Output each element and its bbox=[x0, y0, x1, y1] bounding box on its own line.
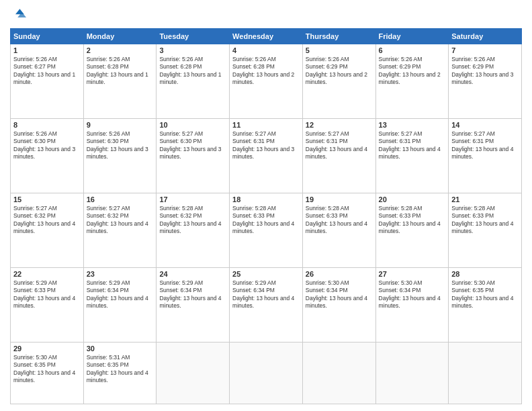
day-info: Sunrise: 5:27 AMSunset: 6:32 PMDaylight:… bbox=[13, 205, 81, 236]
calendar-cell: 11Sunrise: 5:27 AMSunset: 6:31 PMDayligh… bbox=[230, 118, 303, 193]
calendar-cell: 2Sunrise: 5:26 AMSunset: 6:28 PMDaylight… bbox=[83, 44, 157, 119]
calendar-cell: 3Sunrise: 5:26 AMSunset: 6:28 PMDaylight… bbox=[157, 44, 230, 119]
day-number: 16 bbox=[87, 195, 154, 203]
calendar-week-row: 29Sunrise: 5:30 AMSunset: 6:35 PMDayligh… bbox=[11, 342, 522, 404]
day-info: Sunrise: 5:27 AMSunset: 6:31 PMDaylight:… bbox=[306, 130, 373, 161]
calendar-cell: 21Sunrise: 5:28 AMSunset: 6:33 PMDayligh… bbox=[449, 193, 522, 267]
calendar-cell: 29Sunrise: 5:30 AMSunset: 6:35 PMDayligh… bbox=[11, 342, 84, 404]
day-info: Sunrise: 5:28 AMSunset: 6:32 PMDaylight:… bbox=[159, 205, 226, 236]
col-header-monday: Monday bbox=[83, 29, 157, 44]
day-info: Sunrise: 5:26 AMSunset: 6:28 PMDaylight:… bbox=[87, 56, 154, 87]
calendar-cell: 10Sunrise: 5:27 AMSunset: 6:30 PMDayligh… bbox=[157, 118, 230, 193]
day-info: Sunrise: 5:26 AMSunset: 6:29 PMDaylight:… bbox=[451, 56, 519, 87]
day-number: 10 bbox=[159, 121, 226, 129]
day-info: Sunrise: 5:27 AMSunset: 6:31 PMDaylight:… bbox=[451, 130, 519, 161]
calendar-cell bbox=[302, 342, 375, 404]
day-number: 2 bbox=[87, 46, 154, 54]
day-info: Sunrise: 5:30 AMSunset: 6:35 PMDaylight:… bbox=[13, 354, 81, 385]
calendar-cell: 22Sunrise: 5:29 AMSunset: 6:33 PMDayligh… bbox=[11, 267, 84, 342]
day-info: Sunrise: 5:27 AMSunset: 6:32 PMDaylight:… bbox=[87, 205, 154, 236]
day-info: Sunrise: 5:26 AMSunset: 6:30 PMDaylight:… bbox=[87, 130, 154, 161]
day-number: 17 bbox=[159, 195, 226, 203]
col-header-friday: Friday bbox=[375, 29, 449, 44]
day-info: Sunrise: 5:26 AMSunset: 6:28 PMDaylight:… bbox=[232, 56, 300, 87]
day-number: 13 bbox=[379, 121, 446, 129]
day-info: Sunrise: 5:31 AMSunset: 6:35 PMDaylight:… bbox=[87, 354, 154, 385]
day-number: 27 bbox=[379, 270, 446, 278]
day-info: Sunrise: 5:27 AMSunset: 6:31 PMDaylight:… bbox=[232, 130, 300, 161]
day-number: 18 bbox=[232, 195, 300, 203]
day-number: 20 bbox=[379, 195, 446, 203]
day-number: 15 bbox=[13, 195, 81, 203]
day-number: 14 bbox=[451, 121, 519, 129]
calendar-cell: 6Sunrise: 5:26 AMSunset: 6:29 PMDaylight… bbox=[375, 44, 449, 119]
calendar-cell: 16Sunrise: 5:27 AMSunset: 6:32 PMDayligh… bbox=[83, 193, 157, 267]
day-info: Sunrise: 5:30 AMSunset: 6:34 PMDaylight:… bbox=[306, 279, 373, 310]
calendar-cell: 25Sunrise: 5:29 AMSunset: 6:34 PMDayligh… bbox=[230, 267, 303, 342]
day-number: 8 bbox=[13, 121, 81, 129]
day-info: Sunrise: 5:30 AMSunset: 6:35 PMDaylight:… bbox=[451, 279, 519, 310]
col-header-wednesday: Wednesday bbox=[230, 29, 303, 44]
day-info: Sunrise: 5:26 AMSunset: 6:29 PMDaylight:… bbox=[306, 56, 373, 87]
calendar-cell: 5Sunrise: 5:26 AMSunset: 6:29 PMDaylight… bbox=[302, 44, 375, 119]
calendar-header-row: SundayMondayTuesdayWednesdayThursdayFrid… bbox=[11, 29, 522, 44]
day-info: Sunrise: 5:29 AMSunset: 6:34 PMDaylight:… bbox=[87, 279, 154, 310]
calendar-cell: 9Sunrise: 5:26 AMSunset: 6:30 PMDaylight… bbox=[83, 118, 157, 193]
calendar-cell: 23Sunrise: 5:29 AMSunset: 6:34 PMDayligh… bbox=[83, 267, 157, 342]
day-number: 4 bbox=[232, 46, 300, 54]
day-number: 11 bbox=[232, 121, 300, 129]
calendar-week-row: 1Sunrise: 5:26 AMSunset: 6:27 PMDaylight… bbox=[11, 44, 522, 119]
calendar-cell: 24Sunrise: 5:29 AMSunset: 6:34 PMDayligh… bbox=[157, 267, 230, 342]
calendar-cell: 19Sunrise: 5:28 AMSunset: 6:33 PMDayligh… bbox=[302, 193, 375, 267]
calendar-week-row: 8Sunrise: 5:26 AMSunset: 6:30 PMDaylight… bbox=[11, 118, 522, 193]
day-number: 25 bbox=[232, 270, 300, 278]
day-info: Sunrise: 5:26 AMSunset: 6:28 PMDaylight:… bbox=[159, 56, 226, 87]
col-header-saturday: Saturday bbox=[449, 29, 522, 44]
calendar-week-row: 15Sunrise: 5:27 AMSunset: 6:32 PMDayligh… bbox=[11, 193, 522, 267]
calendar-cell bbox=[449, 342, 522, 404]
col-header-sunday: Sunday bbox=[11, 29, 84, 44]
calendar-cell: 8Sunrise: 5:26 AMSunset: 6:30 PMDaylight… bbox=[11, 118, 84, 193]
calendar-cell: 7Sunrise: 5:26 AMSunset: 6:29 PMDaylight… bbox=[449, 44, 522, 119]
day-info: Sunrise: 5:30 AMSunset: 6:34 PMDaylight:… bbox=[379, 279, 446, 310]
day-number: 22 bbox=[13, 270, 81, 278]
header bbox=[10, 7, 522, 23]
day-number: 1 bbox=[13, 46, 81, 54]
day-number: 9 bbox=[87, 121, 154, 129]
page: SundayMondayTuesdayWednesdayThursdayFrid… bbox=[0, 0, 532, 411]
logo bbox=[10, 7, 29, 23]
day-number: 24 bbox=[159, 270, 226, 278]
day-number: 26 bbox=[306, 270, 373, 278]
day-info: Sunrise: 5:29 AMSunset: 6:33 PMDaylight:… bbox=[13, 279, 81, 310]
day-number: 19 bbox=[306, 195, 373, 203]
day-info: Sunrise: 5:26 AMSunset: 6:30 PMDaylight:… bbox=[13, 130, 81, 161]
day-info: Sunrise: 5:27 AMSunset: 6:31 PMDaylight:… bbox=[379, 130, 446, 161]
calendar-cell bbox=[230, 342, 303, 404]
calendar-cell: 26Sunrise: 5:30 AMSunset: 6:34 PMDayligh… bbox=[302, 267, 375, 342]
calendar-cell: 30Sunrise: 5:31 AMSunset: 6:35 PMDayligh… bbox=[83, 342, 157, 404]
day-info: Sunrise: 5:28 AMSunset: 6:33 PMDaylight:… bbox=[379, 205, 446, 236]
calendar-cell: 4Sunrise: 5:26 AMSunset: 6:28 PMDaylight… bbox=[230, 44, 303, 119]
calendar-cell: 15Sunrise: 5:27 AMSunset: 6:32 PMDayligh… bbox=[11, 193, 84, 267]
day-number: 6 bbox=[379, 46, 446, 54]
day-number: 29 bbox=[13, 345, 81, 353]
calendar-cell bbox=[375, 342, 449, 404]
day-number: 7 bbox=[451, 46, 519, 54]
day-info: Sunrise: 5:28 AMSunset: 6:33 PMDaylight:… bbox=[451, 205, 519, 236]
calendar-cell: 1Sunrise: 5:26 AMSunset: 6:27 PMDaylight… bbox=[11, 44, 84, 119]
calendar-week-row: 22Sunrise: 5:29 AMSunset: 6:33 PMDayligh… bbox=[11, 267, 522, 342]
logo-icon bbox=[10, 7, 26, 23]
day-number: 3 bbox=[159, 46, 226, 54]
calendar-cell: 14Sunrise: 5:27 AMSunset: 6:31 PMDayligh… bbox=[449, 118, 522, 193]
calendar-cell: 18Sunrise: 5:28 AMSunset: 6:33 PMDayligh… bbox=[230, 193, 303, 267]
day-number: 28 bbox=[451, 270, 519, 278]
calendar-cell: 13Sunrise: 5:27 AMSunset: 6:31 PMDayligh… bbox=[375, 118, 449, 193]
day-number: 30 bbox=[87, 345, 154, 353]
day-info: Sunrise: 5:27 AMSunset: 6:30 PMDaylight:… bbox=[159, 130, 226, 161]
calendar-cell: 20Sunrise: 5:28 AMSunset: 6:33 PMDayligh… bbox=[375, 193, 449, 267]
day-number: 5 bbox=[306, 46, 373, 54]
day-info: Sunrise: 5:28 AMSunset: 6:33 PMDaylight:… bbox=[232, 205, 300, 236]
calendar-cell: 12Sunrise: 5:27 AMSunset: 6:31 PMDayligh… bbox=[302, 118, 375, 193]
col-header-thursday: Thursday bbox=[302, 29, 375, 44]
calendar-cell: 17Sunrise: 5:28 AMSunset: 6:32 PMDayligh… bbox=[157, 193, 230, 267]
